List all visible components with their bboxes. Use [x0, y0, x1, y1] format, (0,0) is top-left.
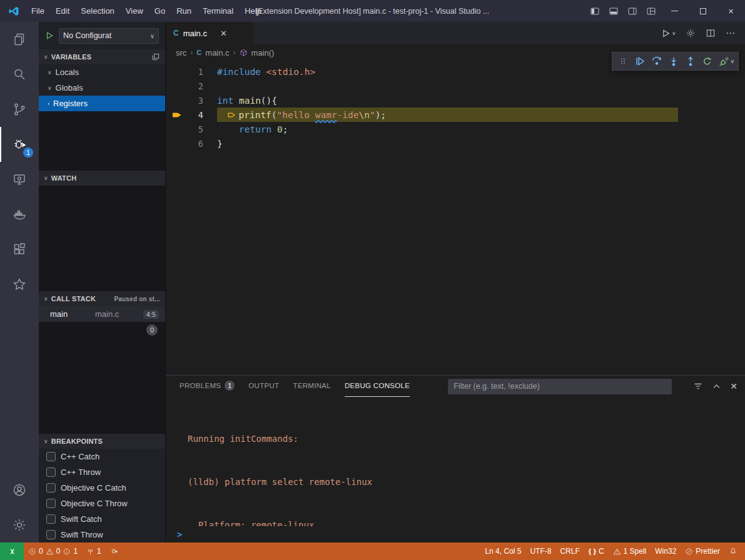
debug-console-output[interactable]: Running initCommands: (lldb) platform se…: [166, 397, 745, 526]
run-file-icon[interactable]: ∨: [661, 29, 676, 38]
toolbar-drag-handle[interactable]: [614, 53, 631, 69]
call-stack-section-header[interactable]: ∨ CALL STACK Paused on st...: [39, 291, 165, 306]
breadcrumb-symbol[interactable]: main(): [251, 48, 275, 58]
filter-lines-icon[interactable]: [693, 381, 703, 391]
glyph-margin[interactable]: [166, 79, 188, 93]
breadcrumb-folder[interactable]: src: [176, 48, 186, 58]
start-debug-icon[interactable]: [45, 31, 54, 40]
tab-terminal[interactable]: TERMINAL: [293, 376, 331, 397]
menu-selection[interactable]: Selection: [75, 0, 119, 22]
tab-debug-console[interactable]: DEBUG CONSOLE: [345, 376, 410, 397]
chevron-up-icon[interactable]: [712, 382, 721, 391]
toggle-sidebar-icon[interactable]: [585, 0, 604, 22]
ports-count: 1: [97, 547, 101, 556]
breakpoint-objc-throw[interactable]: Objective C Throw: [39, 496, 165, 511]
code-line[interactable]: 5 return 0;: [166, 122, 745, 136]
checkbox[interactable]: [46, 530, 56, 539]
close-icon[interactable]: ✕: [220, 29, 227, 38]
settings-gear-icon[interactable]: [0, 508, 39, 542]
code-line-current[interactable]: 4 printf("hello wamr-ide\n");: [166, 108, 745, 122]
menu-file[interactable]: File: [26, 0, 50, 22]
variables-item-locals[interactable]: ∨ Locals: [39, 64, 165, 80]
breadcrumb-file[interactable]: main.c: [205, 48, 229, 58]
remote-indicator[interactable]: [0, 542, 24, 560]
checkbox[interactable]: [46, 499, 56, 508]
checkbox[interactable]: [46, 468, 56, 477]
formatter-status[interactable]: Prettier: [681, 542, 724, 560]
code-editor[interactable]: 1 #include <stdio.h> 2 3 int main(){: [166, 61, 745, 375]
variables-item-globals[interactable]: ∨ Globals: [39, 80, 165, 96]
watch-section-header[interactable]: ∨ WATCH: [39, 171, 165, 186]
cursor-position[interactable]: Ln 4, Col 5: [480, 542, 525, 560]
explorer-icon[interactable]: [0, 22, 39, 57]
console-line: Running initCommands:: [188, 432, 745, 446]
tab-problems[interactable]: PROBLEMS 1: [180, 376, 235, 397]
encoding-status[interactable]: UTF-8: [525, 542, 555, 560]
maximize-button[interactable]: [689, 0, 717, 22]
chevron-down-icon[interactable]: ∨: [730, 58, 734, 64]
eol-status[interactable]: CRLF: [555, 542, 584, 560]
account-icon[interactable]: [0, 472, 39, 508]
glyph-margin[interactable]: [166, 93, 188, 108]
search-icon[interactable]: [0, 57, 39, 92]
checkbox[interactable]: [46, 452, 56, 461]
glyph-margin[interactable]: [166, 136, 188, 151]
breakpoint-swift-catch[interactable]: Swift Catch: [39, 511, 165, 527]
status-bar-right: Ln 4, Col 5 UTF-8 CRLF { } C 1 Spell Win…: [480, 542, 745, 560]
tab-main-c[interactable]: C main.c ✕: [166, 22, 253, 44]
ports-status[interactable]: 1: [82, 542, 106, 560]
platform-status[interactable]: Win32: [651, 542, 681, 560]
variables-item-registers[interactable]: › Registers: [39, 96, 165, 111]
variables-section-header[interactable]: ∨ VARIABLES: [39, 49, 165, 64]
minimize-button[interactable]: [661, 0, 689, 22]
glyph-margin[interactable]: [166, 64, 188, 79]
step-into-icon[interactable]: [665, 53, 682, 69]
remote-explorer-icon[interactable]: [0, 162, 39, 197]
restart-icon[interactable]: [699, 53, 716, 69]
collapse-all-icon[interactable]: [151, 52, 160, 61]
customize-layout-icon[interactable]: [642, 0, 661, 22]
debug-console-input[interactable]: >: [166, 526, 745, 542]
tab-output[interactable]: OUTPUT: [248, 376, 279, 397]
breakpoint-cpp-throw[interactable]: C++ Throw: [39, 464, 165, 480]
console-filter-input[interactable]: [448, 379, 672, 394]
step-over-icon[interactable]: [648, 53, 665, 69]
continue-icon[interactable]: [631, 53, 648, 69]
source-control-icon[interactable]: [0, 92, 39, 127]
close-button[interactable]: ×: [717, 0, 745, 22]
debug-status-icon[interactable]: [106, 542, 123, 560]
breakpoints-section-header[interactable]: ∨ BREAKPOINTS: [39, 434, 165, 449]
docker-icon[interactable]: [0, 197, 39, 232]
stack-frame-row[interactable]: main main.c 4:5: [39, 306, 165, 322]
close-panel-icon[interactable]: ✕: [730, 381, 737, 391]
toggle-secondary-sidebar-icon[interactable]: [623, 0, 642, 22]
more-actions-icon[interactable]: ⋯: [726, 28, 735, 39]
menu-terminal[interactable]: Terminal: [197, 0, 239, 22]
toggle-panel-icon[interactable]: [604, 0, 623, 22]
code-line[interactable]: 3 int main(){: [166, 93, 745, 108]
glyph-margin[interactable]: [166, 122, 188, 136]
breakpoint-objc-catch[interactable]: Objective C Catch: [39, 480, 165, 496]
gear-icon[interactable]: [686, 28, 696, 38]
checkbox[interactable]: [46, 483, 56, 492]
split-editor-icon[interactable]: [706, 28, 716, 38]
extensions-icon[interactable]: [0, 232, 39, 267]
step-out-icon[interactable]: [682, 53, 699, 69]
menu-go[interactable]: Go: [149, 0, 171, 22]
menu-run[interactable]: Run: [171, 0, 197, 22]
favorites-star-icon[interactable]: [0, 267, 39, 302]
run-and-debug-icon[interactable]: 1: [0, 127, 39, 162]
breakpoint-swift-throw[interactable]: Swift Throw: [39, 527, 165, 542]
launch-config-dropdown[interactable]: No Configurat ∨: [59, 28, 159, 44]
current-frame-arrow-icon[interactable]: [166, 108, 188, 122]
notifications-bell-icon[interactable]: [724, 542, 745, 560]
checkbox[interactable]: [46, 514, 56, 524]
spell-status[interactable]: 1 Spell: [609, 542, 651, 560]
code-line[interactable]: 6 }: [166, 136, 745, 151]
breakpoint-cpp-catch[interactable]: C++ Catch: [39, 449, 165, 464]
menu-view[interactable]: View: [120, 0, 149, 22]
language-status[interactable]: { } C: [584, 542, 609, 560]
code-line[interactable]: 2: [166, 79, 745, 93]
menu-edit[interactable]: Edit: [50, 0, 75, 22]
problems-status[interactable]: 0 0 1: [24, 542, 82, 560]
